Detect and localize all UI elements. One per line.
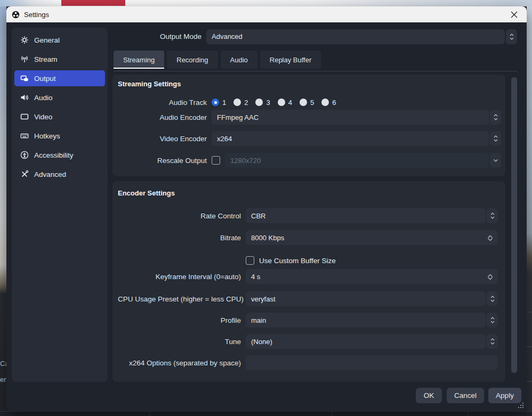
cpu-usage-preset-row: CPU Usage Preset (higher = less CPU) ver… [118,291,498,306]
apply-button[interactable]: Apply [488,388,521,403]
chevron-up-down-icon[interactable] [487,291,498,306]
sidebar-item-label: Output [34,75,56,83]
video-encoder-value[interactable]: x264 [212,131,489,146]
rate-control-select: CBR [246,208,498,223]
sidebar-item-label: Video [34,113,52,121]
background-text-fragment: Ca [0,360,6,368]
audio-track-option-6[interactable]: 6 [321,99,336,107]
radio-icon[interactable] [233,99,241,106]
chevron-up-down-icon[interactable] [487,208,498,223]
panel-title: Streaming Settings [118,80,181,88]
dialog-title: Settings [24,11,49,19]
ok-button[interactable]: OK [416,388,442,403]
chevron-up-down-icon[interactable] [487,334,498,349]
bitrate-label: Bitrate [118,234,241,242]
rate-control-row: Rate Control CBR [118,208,498,223]
audio-track-option-4[interactable]: 4 [278,99,292,107]
settings-sidebar: General Stream O [12,28,108,382]
audio-track-row: Audio Track 1 2 3 [118,95,501,110]
sidebar-item-output[interactable]: Output [14,70,105,86]
custom-buffer-checkbox[interactable] [246,256,254,265]
background-bottom-strip [0,411,532,416]
audio-track-option-3[interactable]: 3 [255,99,270,107]
close-icon[interactable] [507,9,520,20]
chevron-up-down-icon[interactable] [487,313,498,328]
video-encoder-label: Video Encoder [118,135,207,143]
keyboard-icon [20,132,29,140]
x264-options-input[interactable] [246,355,498,370]
keyframe-interval-spinbox: 4 s [246,269,498,284]
sidebar-item-label: Accessibility [34,151,74,159]
chevron-up-down-icon[interactable] [490,110,501,125]
radio-icon[interactable] [255,99,263,106]
sidebar-item-advanced[interactable]: Advanced [14,166,105,182]
accessibility-icon [20,151,29,159]
background-right-strip [527,6,532,411]
output-mode-select: Advanced [206,29,517,44]
radio-icon[interactable] [278,99,285,106]
sidebar-item-accessibility[interactable]: Accessibility [14,147,105,163]
tab-recording[interactable]: Recording [167,51,217,69]
background-red-bar [61,0,125,6]
chevron-down-icon[interactable] [490,153,501,168]
spin-text: 8000 Kbps [251,234,284,242]
sidebar-item-stream[interactable]: Stream [14,51,105,67]
rescale-output-label: Rescale Output [118,157,207,165]
radio-icon[interactable] [321,99,329,106]
cpu-usage-preset-label: CPU Usage Preset (higher = less CPU) [118,295,241,303]
rescale-resolution-value[interactable]: 1280x720 [225,153,489,168]
bitrate-spinbox: 8000 Kbps [246,230,498,245]
spinner-down-icon[interactable] [487,235,493,243]
keyframe-interval-value[interactable]: 4 s [246,269,498,284]
panel-title: Encoder Settings [118,189,175,197]
tune-select: (None) [246,334,498,349]
tune-value[interactable]: (None) [246,334,486,349]
rescale-output-checkbox[interactable] [212,156,220,165]
radio-label: 1 [222,99,226,107]
cancel-button[interactable]: Cancel [447,388,484,403]
sidebar-item-label: Hotkeys [34,132,60,140]
encoder-settings-panel: Encoder Settings Rate Control CBR Bitrat… [112,181,505,382]
tune-label: Tune [118,338,241,346]
sidebar-item-general[interactable]: General [14,32,105,48]
background-seam [527,312,532,313]
broadcast-icon [20,55,29,63]
sidebar-item-video[interactable]: Video [14,109,105,125]
radio-icon[interactable] [300,99,307,106]
radio-label: 5 [310,99,314,107]
audio-track-label: Audio Track [118,99,207,107]
custom-buffer-label: Use Custom Buffer Size [259,257,336,265]
rate-control-value[interactable]: CBR [246,208,486,223]
output-mode-value[interactable]: Advanced [206,29,505,44]
audio-track-option-1[interactable]: 1 [212,99,226,107]
audio-track-radio-group: 1 2 3 4 5 [212,99,336,107]
titlebar[interactable]: Settings [6,6,527,22]
x264-options-row: x264 Options (separated by space) [118,355,498,370]
bitrate-row: Bitrate 8000 Kbps [118,230,498,245]
radio-selected-icon[interactable] [212,99,219,106]
profile-value[interactable]: main [246,313,486,328]
audio-track-option-2[interactable]: 2 [233,99,248,107]
monitor-icon [20,112,29,121]
keyframe-interval-label: Keyframe Interval (0=auto) [118,273,241,281]
tab-audio[interactable]: Audio [221,51,257,69]
sidebar-item-hotkeys[interactable]: Hotkeys [14,128,105,144]
output-mode-label: Output Mode [112,32,201,40]
cpu-usage-preset-value[interactable]: veryfast [246,291,486,306]
tab-streaming[interactable]: Streaming [114,51,164,69]
audio-encoder-value[interactable]: FFmpeg AAC [212,110,489,125]
rescale-resolution-select: 1280x720 [225,153,501,168]
background-seam [527,346,532,347]
spinner-down-icon[interactable] [487,274,493,282]
audio-track-option-5[interactable]: 5 [300,99,314,107]
bitrate-value[interactable]: 8000 Kbps [246,230,498,245]
radio-label: 2 [244,99,248,107]
sidebar-item-audio[interactable]: Audio [14,89,105,105]
chevron-up-down-icon[interactable] [506,29,517,44]
tab-replay-buffer[interactable]: Replay Buffer [260,51,321,69]
vertical-scrollbar-thumb[interactable] [511,77,517,373]
radio-label: 3 [266,99,270,107]
profile-select: main [246,313,498,328]
chevron-up-down-icon[interactable] [490,131,501,146]
resize-grip[interactable] [518,403,523,408]
